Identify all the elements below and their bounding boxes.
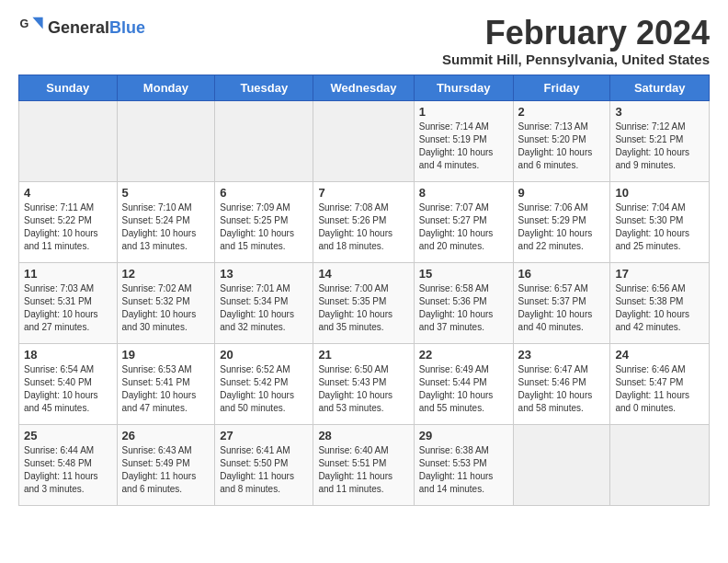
- calendar-day-cell: 21Sunrise: 6:50 AMSunset: 5:43 PMDayligh…: [313, 343, 414, 424]
- day-info: Sunrise: 6:40 AMSunset: 5:51 PMDaylight:…: [318, 444, 408, 496]
- month-title: February 2024: [442, 15, 710, 52]
- day-number: 13: [220, 267, 308, 281]
- calendar-header-row: SundayMondayTuesdayWednesdayThursdayFrid…: [19, 75, 710, 100]
- day-number: 6: [220, 186, 308, 200]
- day-info: Sunrise: 6:49 AMSunset: 5:44 PMDaylight:…: [419, 363, 508, 415]
- calendar-day-cell: 1Sunrise: 7:14 AMSunset: 5:19 PMDaylight…: [414, 100, 513, 181]
- day-info: Sunrise: 6:46 AMSunset: 5:47 PMDaylight:…: [615, 363, 704, 415]
- day-number: 14: [318, 267, 408, 281]
- day-of-week-header: Wednesday: [313, 75, 414, 100]
- day-info: Sunrise: 6:52 AMSunset: 5:42 PMDaylight:…: [220, 363, 308, 415]
- calendar-day-cell: [19, 100, 118, 181]
- day-number: 5: [122, 186, 210, 200]
- day-number: 21: [318, 348, 408, 362]
- day-of-week-header: Sunday: [19, 75, 118, 100]
- calendar-day-cell: 4Sunrise: 7:11 AMSunset: 5:22 PMDaylight…: [19, 181, 118, 262]
- day-info: Sunrise: 6:56 AMSunset: 5:38 PMDaylight:…: [615, 282, 704, 334]
- day-number: 11: [24, 267, 112, 281]
- calendar-day-cell: 16Sunrise: 6:57 AMSunset: 5:37 PMDayligh…: [513, 262, 610, 343]
- day-number: 3: [615, 105, 704, 119]
- day-number: 26: [122, 429, 210, 442]
- day-info: Sunrise: 7:14 AMSunset: 5:19 PMDaylight:…: [419, 121, 508, 172]
- day-info: Sunrise: 6:41 AMSunset: 5:50 PMDaylight:…: [220, 444, 308, 496]
- day-info: Sunrise: 7:06 AMSunset: 5:29 PMDaylight:…: [518, 201, 606, 253]
- day-info: Sunrise: 7:02 AMSunset: 5:32 PMDaylight:…: [122, 282, 210, 334]
- logo-blue-text: Blue: [109, 18, 145, 37]
- calendar-week-row: 11Sunrise: 7:03 AMSunset: 5:31 PMDayligh…: [19, 262, 710, 343]
- day-number: 4: [24, 186, 112, 200]
- day-number: 29: [419, 429, 508, 442]
- day-number: 8: [419, 186, 508, 200]
- calendar-day-cell: 23Sunrise: 6:47 AMSunset: 5:46 PMDayligh…: [513, 343, 610, 424]
- day-number: 19: [122, 348, 210, 362]
- day-info: Sunrise: 6:50 AMSunset: 5:43 PMDaylight:…: [318, 363, 408, 415]
- calendar-day-cell: 27Sunrise: 6:41 AMSunset: 5:50 PMDayligh…: [215, 424, 313, 505]
- calendar-day-cell: 11Sunrise: 7:03 AMSunset: 5:31 PMDayligh…: [19, 262, 118, 343]
- svg-marker-1: [32, 17, 42, 29]
- logo-general-text: General: [48, 18, 109, 37]
- day-number: 23: [518, 348, 606, 362]
- day-info: Sunrise: 7:00 AMSunset: 5:35 PMDaylight:…: [318, 282, 408, 334]
- day-info: Sunrise: 7:04 AMSunset: 5:30 PMDaylight:…: [615, 201, 704, 253]
- calendar-day-cell: 5Sunrise: 7:10 AMSunset: 5:24 PMDaylight…: [117, 181, 215, 262]
- day-info: Sunrise: 7:09 AMSunset: 5:25 PMDaylight:…: [220, 201, 308, 253]
- day-number: 24: [615, 348, 704, 362]
- day-info: Sunrise: 6:47 AMSunset: 5:46 PMDaylight:…: [518, 363, 606, 415]
- day-info: Sunrise: 6:43 AMSunset: 5:49 PMDaylight:…: [122, 444, 210, 496]
- day-info: Sunrise: 7:07 AMSunset: 5:27 PMDaylight:…: [419, 201, 508, 253]
- day-number: 15: [419, 267, 508, 281]
- page-header: G GeneralBlue February 2024 Summit Hill,…: [18, 15, 710, 67]
- calendar-day-cell: [513, 424, 610, 505]
- svg-text:G: G: [19, 17, 28, 30]
- day-number: 12: [122, 267, 210, 281]
- day-info: Sunrise: 6:58 AMSunset: 5:36 PMDaylight:…: [419, 282, 508, 334]
- day-number: 27: [220, 429, 308, 442]
- calendar-day-cell: 29Sunrise: 6:38 AMSunset: 5:53 PMDayligh…: [414, 424, 513, 505]
- day-number: 18: [24, 348, 112, 362]
- calendar-day-cell: 18Sunrise: 6:54 AMSunset: 5:40 PMDayligh…: [19, 343, 118, 424]
- calendar-day-cell: 12Sunrise: 7:02 AMSunset: 5:32 PMDayligh…: [117, 262, 215, 343]
- day-info: Sunrise: 6:53 AMSunset: 5:41 PMDaylight:…: [122, 363, 210, 415]
- calendar-week-row: 1Sunrise: 7:14 AMSunset: 5:19 PMDaylight…: [19, 100, 710, 181]
- day-of-week-header: Tuesday: [215, 75, 313, 100]
- calendar-day-cell: 15Sunrise: 6:58 AMSunset: 5:36 PMDayligh…: [414, 262, 513, 343]
- day-number: 2: [518, 105, 606, 119]
- location-title: Summit Hill, Pennsylvania, United States: [442, 52, 710, 67]
- calendar-day-cell: 26Sunrise: 6:43 AMSunset: 5:49 PMDayligh…: [117, 424, 215, 505]
- day-number: 17: [615, 267, 704, 281]
- day-info: Sunrise: 7:12 AMSunset: 5:21 PMDaylight:…: [615, 121, 704, 172]
- calendar-day-cell: 6Sunrise: 7:09 AMSunset: 5:25 PMDaylight…: [215, 181, 313, 262]
- calendar-week-row: 25Sunrise: 6:44 AMSunset: 5:48 PMDayligh…: [19, 424, 710, 505]
- day-number: 25: [24, 429, 112, 442]
- calendar-day-cell: [610, 424, 710, 505]
- logo: G GeneralBlue: [18, 15, 145, 40]
- calendar-day-cell: 14Sunrise: 7:00 AMSunset: 5:35 PMDayligh…: [313, 262, 414, 343]
- logo-icon: G: [18, 15, 44, 40]
- calendar-week-row: 18Sunrise: 6:54 AMSunset: 5:40 PMDayligh…: [19, 343, 710, 424]
- calendar-day-cell: 7Sunrise: 7:08 AMSunset: 5:26 PMDaylight…: [313, 181, 414, 262]
- calendar-day-cell: 25Sunrise: 6:44 AMSunset: 5:48 PMDayligh…: [19, 424, 118, 505]
- day-info: Sunrise: 7:01 AMSunset: 5:34 PMDaylight:…: [220, 282, 308, 334]
- day-info: Sunrise: 7:11 AMSunset: 5:22 PMDaylight:…: [24, 201, 112, 253]
- day-number: 20: [220, 348, 308, 362]
- day-number: 22: [419, 348, 508, 362]
- calendar-table: SundayMondayTuesdayWednesdayThursdayFrid…: [18, 75, 710, 506]
- calendar-day-cell: [117, 100, 215, 181]
- calendar-day-cell: 13Sunrise: 7:01 AMSunset: 5:34 PMDayligh…: [215, 262, 313, 343]
- calendar-day-cell: 10Sunrise: 7:04 AMSunset: 5:30 PMDayligh…: [610, 181, 710, 262]
- day-info: Sunrise: 6:57 AMSunset: 5:37 PMDaylight:…: [518, 282, 606, 334]
- day-number: 7: [318, 186, 408, 200]
- calendar-day-cell: [313, 100, 414, 181]
- calendar-day-cell: 8Sunrise: 7:07 AMSunset: 5:27 PMDaylight…: [414, 181, 513, 262]
- day-info: Sunrise: 6:38 AMSunset: 5:53 PMDaylight:…: [419, 444, 508, 496]
- day-info: Sunrise: 7:10 AMSunset: 5:24 PMDaylight:…: [122, 201, 210, 253]
- day-info: Sunrise: 6:54 AMSunset: 5:40 PMDaylight:…: [24, 363, 112, 415]
- calendar-day-cell: 9Sunrise: 7:06 AMSunset: 5:29 PMDaylight…: [513, 181, 610, 262]
- calendar-day-cell: 24Sunrise: 6:46 AMSunset: 5:47 PMDayligh…: [610, 343, 710, 424]
- day-number: 16: [518, 267, 606, 281]
- day-info: Sunrise: 7:03 AMSunset: 5:31 PMDaylight:…: [24, 282, 112, 334]
- calendar-day-cell: 19Sunrise: 6:53 AMSunset: 5:41 PMDayligh…: [117, 343, 215, 424]
- day-of-week-header: Monday: [117, 75, 215, 100]
- calendar-day-cell: [215, 100, 313, 181]
- day-info: Sunrise: 7:13 AMSunset: 5:20 PMDaylight:…: [518, 121, 606, 172]
